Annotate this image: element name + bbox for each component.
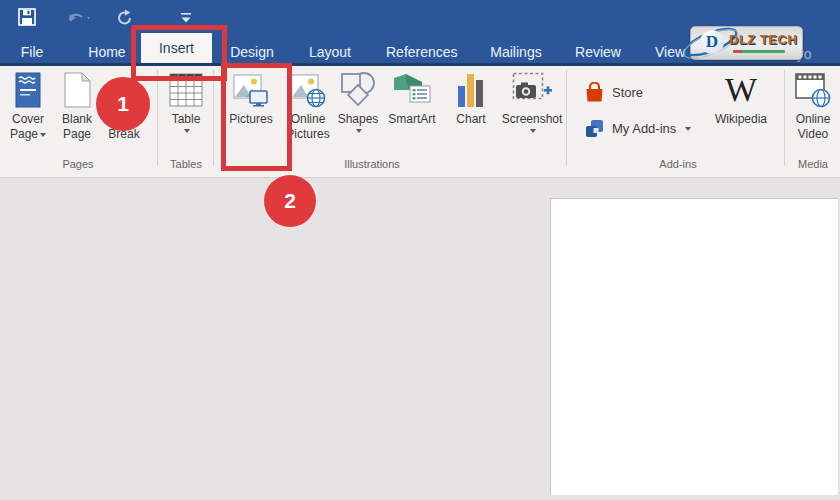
tab-review[interactable]: Review xyxy=(574,40,622,64)
blank-page-label-1: Blank xyxy=(54,112,100,127)
online-video-icon xyxy=(795,72,831,108)
group-label-tables: Tables xyxy=(162,156,210,172)
table-button[interactable]: Table xyxy=(162,68,210,170)
tab-layout[interactable]: Layout xyxy=(306,40,354,64)
wikipedia-button[interactable]: W Wikipedia xyxy=(712,68,770,170)
blank-page-button[interactable]: Blank Page xyxy=(54,68,100,170)
smartart-button[interactable]: SmartArt xyxy=(384,68,440,170)
chart-label: Chart xyxy=(446,112,496,127)
shapes-button[interactable]: Shapes xyxy=(336,68,380,170)
group-separator xyxy=(213,70,214,166)
group-label-addins: Add-ins xyxy=(580,156,776,172)
watermark-tagline xyxy=(733,50,785,53)
cover-page-label-1: Cover xyxy=(4,112,52,127)
screenshot-label: Screenshot xyxy=(500,112,564,127)
group-separator xyxy=(157,70,158,166)
my-addins-icon xyxy=(584,118,605,139)
smartart-icon xyxy=(392,72,432,108)
dropdown-caret-icon xyxy=(40,133,46,137)
wikipedia-w-icon: W xyxy=(712,68,770,112)
screenshot-button[interactable]: Screenshot xyxy=(500,68,564,170)
online-video-label-2: Video xyxy=(788,127,838,142)
store-label: Store xyxy=(612,85,643,100)
wikipedia-label: Wikipedia xyxy=(712,112,770,127)
annotation-box-pictures xyxy=(221,63,292,171)
blank-page-label-2: Page xyxy=(54,127,100,142)
undo-icon[interactable] xyxy=(66,10,92,26)
dropdown-caret-icon xyxy=(184,129,190,133)
logo-brand-text: DLZ TECH xyxy=(729,32,797,47)
save-icon[interactable] xyxy=(18,8,36,26)
group-label-pages: Pages xyxy=(4,156,152,172)
table-label: Table xyxy=(162,112,210,127)
chart-button[interactable]: Chart xyxy=(446,68,496,170)
group-separator xyxy=(566,70,567,166)
dropdown-caret-icon xyxy=(685,127,691,131)
tab-references[interactable]: References xyxy=(386,40,456,64)
dropdown-caret-icon xyxy=(356,129,362,133)
smartart-label: SmartArt xyxy=(384,112,440,127)
blank-page-icon xyxy=(64,72,91,108)
tab-home[interactable]: Home xyxy=(84,40,130,64)
dlz-tech-watermark: D DLZ TECH xyxy=(690,26,803,60)
tab-file[interactable]: File xyxy=(12,40,52,64)
screenshot-icon xyxy=(512,72,552,108)
my-addins-label: My Add-ins xyxy=(612,121,676,136)
annotation-box-insert-tab xyxy=(131,25,227,81)
cover-page-icon xyxy=(15,72,41,108)
store-button[interactable]: Store xyxy=(584,82,643,103)
logo-monogram: D xyxy=(700,30,724,54)
customize-quick-access-icon[interactable] xyxy=(180,12,192,24)
dropdown-caret-icon xyxy=(530,129,536,133)
shapes-icon xyxy=(340,71,376,109)
document-page[interactable] xyxy=(550,198,838,495)
annotation-step-1: 1 xyxy=(96,77,150,131)
store-icon xyxy=(584,82,605,103)
tab-mailings[interactable]: Mailings xyxy=(486,40,546,64)
online-video-button[interactable]: Online Video xyxy=(788,68,838,170)
my-addins-button[interactable]: My Add-ins xyxy=(584,118,691,139)
shapes-label: Shapes xyxy=(336,112,380,127)
group-label-media: Media xyxy=(788,156,838,172)
cover-page-button[interactable]: Cover Page xyxy=(4,68,52,170)
online-pictures-icon xyxy=(290,72,326,108)
annotation-step-2: 2 xyxy=(264,175,316,227)
group-separator xyxy=(784,70,785,166)
chart-icon xyxy=(457,71,485,109)
word-window: File Home Insert Design Layout Reference… xyxy=(0,0,840,500)
tab-design[interactable]: Design xyxy=(228,40,276,64)
cover-page-label-2: Page xyxy=(10,127,38,141)
online-video-label-1: Online xyxy=(788,112,838,127)
